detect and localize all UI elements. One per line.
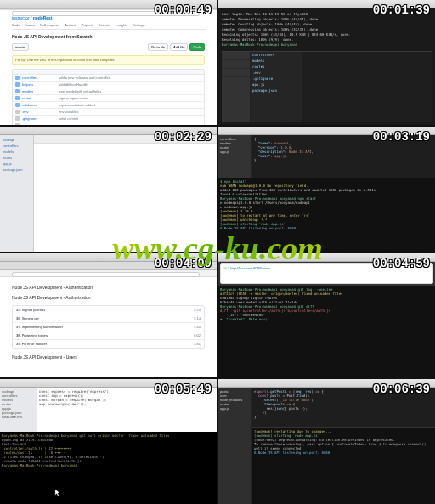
terminal-line: A Node JS API listening on port: 8080 xyxy=(254,450,433,455)
timestamp: 00:02:29 xyxy=(155,130,212,144)
tree-item[interactable]: models xyxy=(251,58,302,64)
tree-item[interactable]: controllers xyxy=(251,52,302,58)
tab-settings[interactable]: Settings xyxy=(133,23,144,27)
file-tree[interactable]: controllers models routes .env .gitignor… xyxy=(251,52,302,122)
lecture-row[interactable]: 35. Signup process5:29 xyxy=(13,306,204,314)
tree-item[interactable]: package.json xyxy=(251,88,302,93)
tab-pr[interactable]: Pull requests xyxy=(40,23,59,27)
file-row[interactable]: helpersadd dbErrorHandler xyxy=(13,82,204,88)
video-thumb-2[interactable]: 00:01:39 Last login: Mon Dec 10 11:19:52… xyxy=(218,0,435,125)
timestamp: 00:03:19 xyxy=(373,130,430,144)
branch-button[interactable]: master xyxy=(12,43,29,51)
terminal-panel[interactable]: Boryanas-MacBook-Pro:nodeapi boryana$ gi… xyxy=(0,432,217,504)
file-row[interactable]: modelsuser model with virtual fields xyxy=(13,88,204,95)
terminal-panel[interactable]: [nodemon] restarting due to changes... [… xyxy=(252,427,435,504)
repo-description: Node JS API Development from Scratch xyxy=(12,34,205,39)
lecture-list: 35. Signup process5:29 36. Signing out3:… xyxy=(12,305,205,349)
tree-item[interactable]: routes xyxy=(3,155,31,161)
editor-panel: controllers models routes .env .gitignor… xyxy=(222,51,432,122)
section-heading: Node JS API Development - Users xyxy=(12,354,205,360)
file-tree[interactable]: posts user node_modules routes app.js xyxy=(218,388,252,504)
explorer-icon[interactable] xyxy=(222,52,250,60)
browser-address-bar[interactable] xyxy=(0,270,217,277)
terminal-panel[interactable]: $ npm install npm WARN nodeapi@1.0.0 No … xyxy=(218,178,435,252)
add-file-button[interactable]: Add file xyxy=(170,43,188,51)
tree-item[interactable]: .env xyxy=(251,70,302,76)
tab-code[interactable]: Code xyxy=(12,23,20,27)
terminal-line: Boryanas-MacBook-Pro:nodeapi boryana$ xyxy=(2,463,215,467)
folder-icon xyxy=(15,82,20,87)
video-thumb-4[interactable]: 00:03:19 controllers models routes app.j… xyxy=(218,127,435,252)
timestamp: 00:06:39 xyxy=(373,382,430,396)
terminal-line: A Node JS API listening on port: 8080 xyxy=(220,226,433,230)
request-url[interactable]: http://localhost:8080/users xyxy=(230,266,270,270)
section-heading: Node JS API Development - Authentication xyxy=(12,285,205,290)
file-row[interactable]: app.jsexpress server xyxy=(13,122,204,125)
code-button[interactable]: Code xyxy=(189,43,205,51)
repo-tabs: Code Issues Pull requests Actions Projec… xyxy=(12,23,205,30)
mouse-cursor-icon xyxy=(54,485,61,494)
tree-item[interactable]: README.md xyxy=(2,415,35,419)
tree-item[interactable]: app.js xyxy=(251,82,302,88)
terminal-line: + "created": Date.now() xyxy=(220,317,433,321)
editor-area[interactable] xyxy=(302,52,432,122)
lecture-row[interactable]: 38. Protecting routes6:02 xyxy=(13,331,204,340)
protip-banner: ProTip! Use the URL of this repository t… xyxy=(12,55,205,65)
git-icon[interactable] xyxy=(222,69,250,77)
tree-item[interactable]: models xyxy=(3,149,31,155)
terminal-prompt[interactable]: Boryanas-MacBook-Pro:nodeapi boryana$ xyxy=(222,42,432,47)
timestamp: 00:04:09 xyxy=(155,257,212,270)
file-row[interactable]: validatorsexpress-validator added xyxy=(13,102,204,109)
video-thumb-5[interactable]: 00:04:09 Node JS API Development - Authe… xyxy=(0,253,217,378)
file-list: controllersadd a new validator and contr… xyxy=(12,69,205,125)
file-icon xyxy=(15,116,20,121)
code-line: }; xyxy=(254,415,433,419)
tree-item[interactable]: package.json xyxy=(3,167,31,173)
lecture-row[interactable]: 37. Implementing authorization4:45 xyxy=(13,323,204,331)
activity-bar[interactable] xyxy=(222,52,251,122)
folder-icon xyxy=(15,96,20,100)
video-thumb-6[interactable]: 00:04:59 GET http://localhost:8080/users… xyxy=(218,253,435,378)
terminal-line: remote: Compressing objects: 100% (32/32… xyxy=(222,27,432,31)
tab-projects[interactable]: Projects xyxy=(81,23,93,27)
tree-item[interactable]: app.js xyxy=(3,161,31,167)
search-icon[interactable] xyxy=(222,60,250,69)
http-method[interactable]: GET xyxy=(223,266,229,270)
lecture-row[interactable]: 36. Signing out3:14 xyxy=(13,314,204,323)
file-row[interactable]: .envenv variables xyxy=(13,109,204,116)
terminal-line: Receiving objects: 100% (44/44), 10.5 Ki… xyxy=(222,32,432,37)
file-icon xyxy=(15,123,20,125)
file-row[interactable]: routessignup signin routes xyxy=(13,95,204,102)
section-heading: Node JS API Development - Authorization xyxy=(12,295,205,300)
editor-area[interactable] xyxy=(34,135,217,252)
terminal-line: remote: Counting objects: 100% (44/44), … xyxy=(222,22,432,26)
timestamp: 00:04:59 xyxy=(373,257,430,270)
file-row[interactable]: controllersadd a new validator and contr… xyxy=(13,75,204,82)
file-row[interactable]: .gitignoreinitial commit xyxy=(13,116,204,122)
tree-item[interactable]: app.js xyxy=(220,150,250,154)
timestamp: 00:01:39 xyxy=(373,3,430,17)
video-thumb-8[interactable]: 00:06:39 posts user node_modules routes … xyxy=(218,379,435,504)
lecture-row[interactable]: 39. Fix error handler2:41 xyxy=(13,340,204,348)
video-thumb-7[interactable]: 00:05:49 nodeapi controllers models rout… xyxy=(0,379,217,504)
tab-insights[interactable]: Insights xyxy=(116,23,127,27)
tab-issues[interactable]: Issues xyxy=(25,23,36,27)
tree-item[interactable]: nodeapi xyxy=(3,137,31,143)
timestamp: 00:05:49 xyxy=(155,382,212,396)
tab-security[interactable]: Security xyxy=(99,23,110,27)
tree-item[interactable]: routes xyxy=(251,64,302,70)
go-to-file-button[interactable]: Go to file xyxy=(148,43,168,51)
terminal-line: Resolving deltas: 100% (9/9), done. xyxy=(222,37,432,42)
tree-item[interactable]: .gitignore xyxy=(251,76,302,82)
timestamp: 00:00:49 xyxy=(155,3,212,17)
code-line: app.use(morgan('dev')); xyxy=(39,402,215,406)
file-tree[interactable]: controllers models routes app.js xyxy=(218,135,252,178)
file-tree[interactable]: nodeapi controllers models routes app.js… xyxy=(0,135,34,252)
terminal-panel[interactable]: Boryanas-MacBook-Pro:nodeapi boryana$ gi… xyxy=(218,286,435,378)
tree-item[interactable]: app.js xyxy=(220,406,250,411)
video-thumb-1[interactable]: 00:00:49 instructor / nodeRest Code Issu… xyxy=(0,0,217,125)
tree-item[interactable]: controllers xyxy=(3,143,31,149)
file-tree[interactable]: nodeapi controllers models routes app.js… xyxy=(0,388,37,432)
video-thumb-3[interactable]: 00:02:29 nodeapi controllers models rout… xyxy=(0,127,217,252)
tab-actions[interactable]: Actions xyxy=(65,23,76,27)
